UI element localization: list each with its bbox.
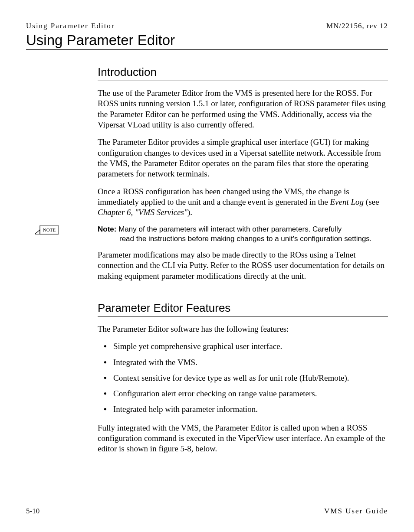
list-item: Simple yet comprehensive graphical user … [98,341,388,352]
intro-paragraph-1: The use of the Parameter Editor from the… [98,88,388,130]
header-left: Using Parameter Editor [26,22,115,30]
section-gap [98,288,388,301]
p3-em1: Event Log [330,197,364,206]
intro-paragraph-3: Once a ROSS configuration has been chang… [98,186,388,218]
chapter-rule [26,49,388,50]
note-text: Note: Many of the parameters will intera… [98,225,388,244]
list-item: Integrated with the VMS. [98,357,388,368]
p3-mid: (see [364,197,379,206]
header-right: MN/22156, rev 12 [326,22,388,30]
list-item: Configuration alert error checking on ra… [98,388,388,399]
note-label: Note: [98,225,116,233]
features-lead: The Parameter Editor software has the fo… [98,324,388,334]
section-title-features: Parameter Editor Features [98,301,388,315]
note-icon: NOTE [35,225,59,240]
note-rest: read the instructions before making chan… [119,234,388,244]
features-list: Simple yet comprehensive graphical user … [98,341,388,415]
p3-em2: Chapter 6, "VMS Services" [98,208,187,217]
footer-right: VMS User Guide [324,507,388,516]
note-block: NOTE Note: Many of the parameters will i… [98,225,388,244]
section-title-introduction: Introduction [98,65,388,79]
footer: 5-10 VMS User Guide [26,507,388,516]
note-icon-label: NOTE [43,227,56,232]
section-rule [98,81,388,81]
chapter-title: Using Parameter Editor [26,32,388,49]
list-item: Integrated help with parameter informati… [98,404,388,415]
page: Using Parameter Editor MN/22156, rev 12 … [0,0,414,532]
content-column: Introduction The use of the Parameter Ed… [98,65,388,454]
intro-paragraph-2: The Parameter Editor provides a simple g… [98,137,388,179]
features-closing: Fully integrated with the VMS, the Param… [98,423,388,454]
list-item: Context sensitive for device type as wel… [98,373,388,383]
note-first-line: Many of the parameters will interact wit… [118,225,342,233]
running-header: Using Parameter Editor MN/22156, rev 12 [26,22,388,30]
intro-paragraph-4: Parameter modifications may also be made… [98,250,388,281]
p3-suffix: ). [187,208,192,217]
section-rule [98,317,388,317]
page-number: 5-10 [26,507,39,516]
p3-prefix: Once a ROSS configuration has been chang… [98,187,349,206]
